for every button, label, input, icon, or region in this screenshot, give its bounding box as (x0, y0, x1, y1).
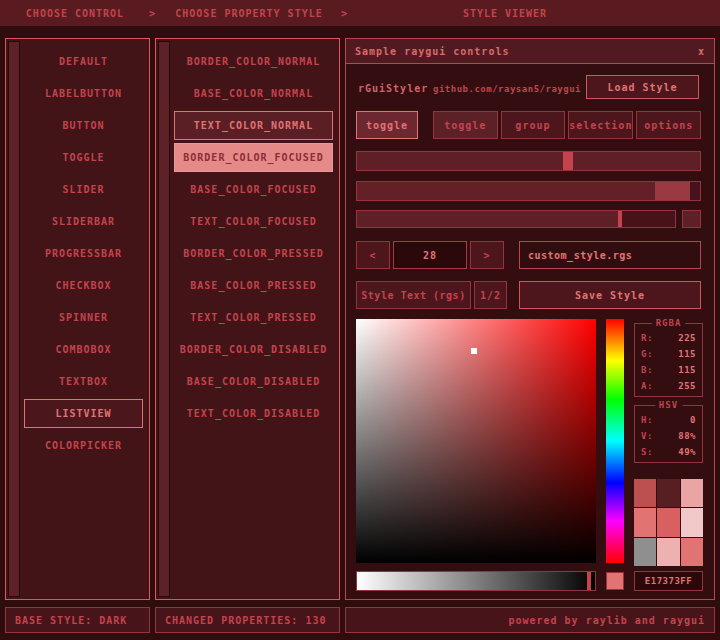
window-title: Sample raygui controls (355, 46, 509, 57)
style-text-button[interactable]: Style Text (rgs) (356, 281, 471, 309)
palette-swatch[interactable] (681, 479, 703, 507)
properties-list: BORDER_COLOR_NORMAL BASE_COLOR_NORMAL TE… (174, 47, 333, 431)
filename-textbox[interactable]: custom_style.rgs (519, 241, 701, 269)
repo-link[interactable]: github.com/raysan5/raygui (431, 84, 583, 94)
rgba-label: RGBA (652, 318, 686, 328)
property-item[interactable]: BASE_COLOR_PRESSED (174, 271, 333, 300)
palette-swatch[interactable] (681, 538, 703, 566)
toggle-group-item[interactable]: options (636, 111, 701, 139)
property-item[interactable]: BASE_COLOR_NORMAL (174, 79, 333, 108)
controls-list: DEFAULT LABELBUTTON BUTTON TOGGLE SLIDER… (24, 47, 143, 463)
toggle-group-item[interactable]: selection (568, 111, 633, 139)
spinner-value-box[interactable]: 28 (393, 241, 467, 269)
control-item[interactable]: SPINNER (24, 303, 143, 332)
rgba-row: B:115 (635, 362, 702, 378)
property-item-selected[interactable]: BORDER_COLOR_FOCUSED (174, 143, 333, 172)
palette-swatch[interactable] (634, 479, 656, 507)
close-icon[interactable]: x (698, 46, 705, 57)
controls-list-panel: DEFAULT LABELBUTTON BUTTON TOGGLE SLIDER… (5, 38, 150, 600)
slider-bar[interactable] (356, 181, 701, 201)
load-style-button[interactable]: Load Style (586, 75, 699, 99)
palette-swatch[interactable] (657, 508, 679, 536)
scrollbar-thumb[interactable] (9, 42, 19, 596)
color-palette (634, 479, 703, 566)
rgba-row: A:255 (635, 378, 702, 394)
control-item[interactable]: TOGGLE (24, 143, 143, 172)
slider-handle[interactable] (563, 152, 573, 170)
control-item[interactable]: SLIDERBAR (24, 207, 143, 236)
rguistyler-app: CHOOSE CONTROL > CHOOSE PROPERTY STYLE >… (0, 0, 720, 640)
property-item-focused[interactable]: TEXT_COLOR_NORMAL (174, 111, 333, 140)
property-item[interactable]: BASE_COLOR_DISABLED (174, 367, 333, 396)
palette-swatch[interactable] (634, 508, 656, 536)
control-item[interactable]: DEFAULT (24, 47, 143, 76)
controls-scrollbar[interactable] (8, 41, 20, 597)
scrollbar-thumb[interactable] (159, 42, 169, 596)
rgba-row: G:115 (635, 346, 702, 362)
control-item[interactable]: PROGRESSBAR (24, 239, 143, 268)
progress-fill (357, 211, 618, 227)
property-item[interactable]: TEXT_COLOR_DISABLED (174, 399, 333, 428)
current-color-swatch[interactable] (606, 572, 624, 590)
topbar-section-style-viewer: STYLE VIEWER (350, 8, 660, 19)
hsv-row: V:88% (635, 428, 702, 444)
slider[interactable] (356, 151, 701, 171)
spinner-decrease-button[interactable]: < (356, 241, 390, 269)
palette-swatch[interactable] (657, 538, 679, 566)
hex-value-box[interactable]: E17373FF (634, 571, 703, 591)
color-saturation-value-picker[interactable] (356, 319, 596, 563)
palette-swatch[interactable] (634, 538, 656, 566)
progress-bar[interactable] (356, 210, 676, 228)
progress-handle[interactable] (618, 211, 622, 227)
property-item[interactable]: TEXT_COLOR_FOCUSED (174, 207, 333, 236)
spinner-increase-button[interactable]: > (470, 241, 504, 269)
property-item[interactable]: BORDER_COLOR_PRESSED (174, 239, 333, 268)
control-item[interactable]: LABELBUTTON (24, 79, 143, 108)
brand-label: rGuiStyler (358, 83, 428, 94)
save-style-button[interactable]: Save Style (519, 281, 701, 309)
palette-swatch[interactable] (657, 479, 679, 507)
hue-bar[interactable] (606, 319, 624, 563)
status-powered-by: powered by raylib and raygui (345, 607, 715, 633)
hsv-label: HSV (655, 400, 682, 410)
control-item[interactable]: COLORPICKER (24, 431, 143, 460)
topbar-section-choose-property: CHOOSE PROPERTY STYLE (160, 8, 338, 19)
page-indicator-button[interactable]: 1/2 (474, 281, 507, 309)
slider-bar-fill (357, 182, 655, 200)
control-item-selected[interactable]: LISTVIEW (24, 399, 143, 428)
control-item[interactable]: BUTTON (24, 111, 143, 140)
toggle-group-item[interactable]: toggle (433, 111, 498, 139)
rgba-row: R:225 (635, 330, 702, 346)
slider-fill (357, 152, 700, 170)
alpha-bar[interactable] (356, 571, 596, 591)
sample-window-titlebar: Sample raygui controls x (346, 39, 714, 64)
color-cursor[interactable] (471, 348, 477, 354)
property-item[interactable]: TEXT_COLOR_PRESSED (174, 303, 333, 332)
topbar-section-choose-control: CHOOSE CONTROL (0, 8, 150, 19)
hsv-row: H:0 (635, 412, 702, 428)
hsv-groupbox: HSV H:0 V:88% S:49% (634, 405, 703, 463)
toggle-button[interactable]: toggle (356, 111, 418, 139)
control-item[interactable]: COMBOBOX (24, 335, 143, 364)
property-item[interactable]: BASE_COLOR_FOCUSED (174, 175, 333, 204)
sample-window: Sample raygui controls x rGuiStyler gith… (345, 38, 715, 600)
control-item[interactable]: SLIDER (24, 175, 143, 204)
toggle-group: toggle group selection options (433, 111, 701, 139)
property-item[interactable]: BORDER_COLOR_DISABLED (174, 335, 333, 364)
properties-scrollbar[interactable] (158, 41, 170, 597)
properties-list-panel: BORDER_COLOR_NORMAL BASE_COLOR_NORMAL TE… (155, 38, 340, 600)
control-item[interactable]: CHECKBOX (24, 271, 143, 300)
property-item[interactable]: BORDER_COLOR_NORMAL (174, 47, 333, 76)
slider-bar-highlight (655, 182, 689, 200)
chevron-separator-icon: > (341, 8, 348, 19)
control-item[interactable]: TEXTBOX (24, 367, 143, 396)
alpha-handle[interactable] (587, 572, 591, 590)
hsv-row: S:49% (635, 444, 702, 460)
toggle-group-item[interactable]: group (501, 111, 566, 139)
palette-swatch[interactable] (681, 508, 703, 536)
status-changed-properties: CHANGED PROPERTIES: 130 (155, 607, 340, 633)
value-box-small[interactable] (682, 210, 701, 228)
topbar: CHOOSE CONTROL > CHOOSE PROPERTY STYLE >… (0, 0, 720, 26)
chevron-separator-icon: > (149, 8, 156, 19)
rgba-groupbox: RGBA R:225 G:115 B:115 A:255 (634, 323, 703, 397)
